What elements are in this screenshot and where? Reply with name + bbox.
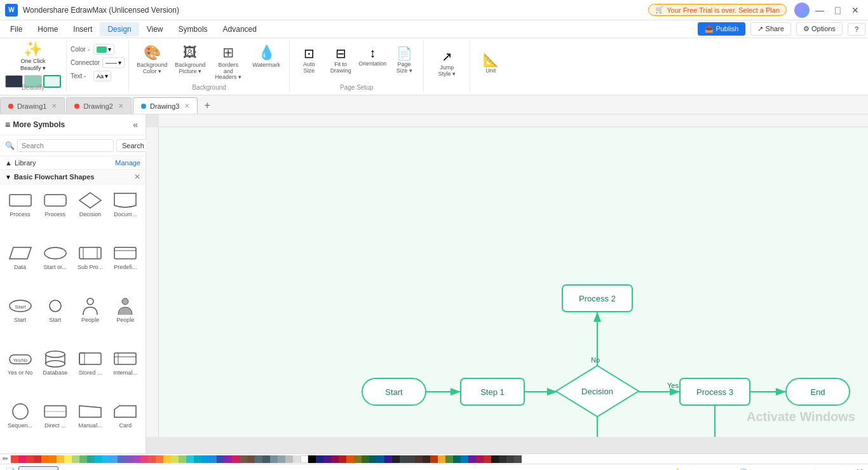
palette-color[interactable] bbox=[232, 455, 240, 463]
palette-color[interactable] bbox=[95, 455, 102, 463]
palette-color[interactable] bbox=[179, 455, 186, 463]
menu-home[interactable]: Home bbox=[30, 22, 65, 36]
palette-color[interactable] bbox=[438, 455, 445, 463]
palette-color[interactable] bbox=[278, 455, 285, 463]
options-btn[interactable]: ⚙ Options bbox=[796, 22, 843, 36]
palette-color[interactable] bbox=[468, 455, 476, 463]
palette-color[interactable] bbox=[453, 455, 461, 463]
palette-color[interactable] bbox=[346, 455, 354, 463]
menu-insert[interactable]: Insert bbox=[65, 22, 100, 36]
palette-color[interactable] bbox=[118, 455, 125, 463]
tab-drawing3[interactable]: Drawing3 ✕ bbox=[133, 97, 198, 114]
palette-color[interactable] bbox=[430, 455, 438, 463]
menu-advanced[interactable]: Advanced bbox=[215, 22, 264, 36]
search-input[interactable] bbox=[17, 139, 114, 152]
palette-color[interactable] bbox=[57, 455, 64, 463]
palette-color[interactable] bbox=[156, 455, 163, 463]
orientation-btn[interactable]: ↕ Orientation bbox=[357, 43, 388, 76]
manage-btn[interactable]: Manage bbox=[115, 159, 140, 167]
jump-style-btn[interactable]: ↗ JumpStyle ▾ bbox=[429, 46, 465, 79]
palette-color[interactable] bbox=[171, 455, 179, 463]
palette-color[interactable] bbox=[384, 455, 392, 463]
one-click-beautify-btn[interactable]: ✨ One ClickBeautify ▾ bbox=[18, 38, 48, 74]
menu-design[interactable]: Design bbox=[100, 22, 139, 36]
bg-picture-btn[interactable]: 🖼 BackgroundPicture ▾ bbox=[172, 42, 208, 84]
palette-color-white[interactable] bbox=[301, 455, 308, 463]
palette-color[interactable] bbox=[262, 455, 270, 463]
borders-headers-btn[interactable]: ⊞ Borders andHeaders ▾ bbox=[210, 42, 246, 84]
shape-start-oval2[interactable]: Start bbox=[39, 294, 71, 344]
shape-yes-no[interactable]: Yes/No Yes or No bbox=[4, 347, 36, 397]
palette-color[interactable] bbox=[354, 455, 362, 463]
text-dropdown[interactable]: Aa ▾ bbox=[93, 71, 111, 81]
shape-internal[interactable]: Internal... bbox=[109, 347, 142, 397]
help-btn[interactable]: ? bbox=[848, 23, 865, 36]
tab-close-drawing1[interactable]: ✕ bbox=[51, 102, 57, 109]
palette-color[interactable] bbox=[362, 455, 369, 463]
palette-color[interactable] bbox=[293, 455, 301, 463]
zoom-out-btn[interactable]: − bbox=[754, 467, 760, 471]
publish-btn[interactable]: 📤 Publish bbox=[698, 22, 745, 36]
close-btn[interactable]: ✕ bbox=[848, 3, 863, 18]
palette-color[interactable] bbox=[423, 455, 430, 463]
palette-color[interactable] bbox=[201, 455, 209, 463]
tab-drawing1[interactable]: Drawing1 ✕ bbox=[0, 97, 65, 114]
shape-process-rect1[interactable]: Process bbox=[4, 188, 36, 238]
minimize-btn[interactable]: — bbox=[812, 3, 827, 18]
palette-color[interactable] bbox=[133, 455, 140, 463]
palette-color[interactable] bbox=[125, 455, 133, 463]
zoom-in-btn[interactable]: + bbox=[811, 467, 817, 471]
auto-size-btn[interactable]: ⊡ AutoSize bbox=[294, 43, 324, 76]
shape-direct[interactable]: Direct ... bbox=[39, 399, 71, 450]
unit-btn[interactable]: 📐 Unit bbox=[475, 50, 506, 76]
palette-color[interactable] bbox=[392, 455, 400, 463]
palette-color[interactable] bbox=[323, 455, 331, 463]
palette-pencil-icon[interactable]: ✏ bbox=[3, 455, 8, 463]
shape-sequence[interactable]: Sequen... bbox=[4, 399, 36, 450]
tab-close-drawing2[interactable]: ✕ bbox=[118, 102, 123, 109]
palette-color-red[interactable] bbox=[11, 455, 18, 463]
palette-color[interactable] bbox=[87, 455, 95, 463]
search-btn[interactable]: Search bbox=[116, 139, 150, 152]
shape-start-oval1[interactable]: Start Start bbox=[4, 294, 36, 344]
shape-data[interactable]: Data bbox=[4, 241, 36, 291]
shape-start-or[interactable]: Start or... bbox=[39, 241, 71, 291]
palette-color[interactable] bbox=[102, 455, 110, 463]
palette-color[interactable] bbox=[72, 455, 79, 463]
tab-close-drawing3[interactable]: ✕ bbox=[184, 102, 189, 109]
shape-manual[interactable]: Manual... bbox=[74, 399, 107, 450]
palette-color[interactable] bbox=[445, 455, 453, 463]
palette-color[interactable] bbox=[217, 455, 224, 463]
palette-color[interactable] bbox=[377, 455, 384, 463]
palette-color[interactable] bbox=[415, 455, 423, 463]
shape-sub-process[interactable]: Sub Pro... bbox=[74, 241, 107, 291]
bg-color-btn[interactable]: 🎨 BackgroundColor ▾ bbox=[134, 42, 170, 84]
palette-color[interactable] bbox=[140, 455, 148, 463]
palette-color[interactable] bbox=[41, 455, 49, 463]
palette-color-black[interactable] bbox=[308, 455, 316, 463]
palette-color[interactable] bbox=[270, 455, 278, 463]
sidebar-collapse-btn[interactable]: « bbox=[130, 118, 140, 131]
palette-color[interactable] bbox=[49, 455, 57, 463]
palette-color[interactable] bbox=[331, 455, 339, 463]
palette-color[interactable] bbox=[506, 455, 514, 463]
palette-color[interactable] bbox=[148, 455, 156, 463]
tab-drawing2[interactable]: Drawing2 ✕ bbox=[66, 97, 131, 114]
section-close-btn[interactable]: ✕ bbox=[134, 172, 140, 181]
palette-color[interactable] bbox=[255, 455, 262, 463]
watermark-btn[interactable]: 💧 Watermark bbox=[248, 42, 284, 84]
shape-process-rect2[interactable]: Process bbox=[39, 188, 71, 238]
palette-color[interactable] bbox=[240, 455, 247, 463]
add-page-btn[interactable]: + bbox=[61, 467, 67, 471]
palette-color[interactable] bbox=[484, 455, 491, 463]
fit-to-drawing-btn[interactable]: ⊟ Fit toDrawing bbox=[325, 43, 356, 76]
palette-color[interactable] bbox=[224, 455, 232, 463]
palette-color[interactable] bbox=[285, 455, 293, 463]
palette-color[interactable] bbox=[34, 455, 41, 463]
canvas-content[interactable]: Yes No Start Step 1 Decision bbox=[159, 127, 868, 437]
tab-add-btn[interactable]: + bbox=[199, 97, 215, 114]
section-header[interactable]: ▼ Basic Flowchart Shapes ✕ bbox=[0, 170, 146, 184]
palette-color[interactable] bbox=[194, 455, 201, 463]
share-btn[interactable]: ↗ Share bbox=[750, 22, 790, 36]
palette-color[interactable] bbox=[476, 455, 484, 463]
